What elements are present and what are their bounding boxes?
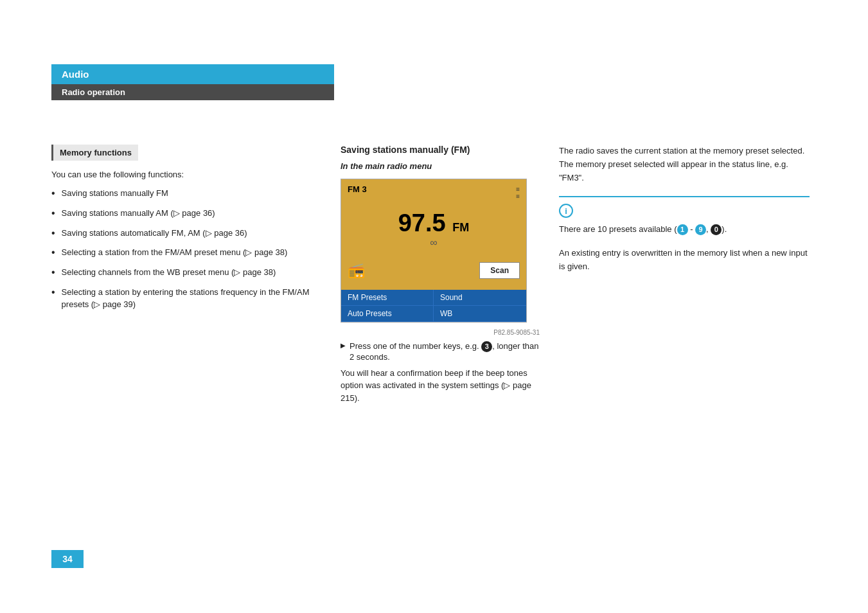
radio-frequency: 97.5 FM (341, 208, 526, 237)
list-item: Selecting a station by entering the stat… (51, 286, 328, 311)
main-right-text: The radio saves the current station at t… (559, 145, 810, 184)
scan-button[interactable]: Scan (479, 262, 520, 279)
radio-operation-label: Radio operation (62, 87, 125, 97)
number-key-3: 3 (481, 341, 492, 352)
info-icon: i (559, 204, 573, 218)
radio-caption: P82.85-9085-31 (341, 329, 540, 336)
bullet-list: Saving stations manually FM Saving stati… (51, 187, 328, 311)
right-column: The radio saves the current station at t… (559, 145, 810, 283)
radio-signal-icon: ≡≡ (516, 186, 520, 200)
audio-label: Audio (62, 69, 89, 80)
list-item: Saving stations manually FM (51, 187, 328, 200)
radio-menu-item-auto-presets[interactable]: Auto Presets (341, 306, 434, 322)
radio-middle-section: 📻 Scan (341, 251, 526, 290)
radio-antenna-icon: 📻 (348, 262, 365, 279)
page-number: 34 (62, 554, 73, 564)
list-item: Saving stations automatically FM, AM (▷ … (51, 227, 328, 240)
section-title: Saving stations manually (FM) (341, 145, 540, 155)
in-main-radio-menu: In the main radio menu (341, 161, 540, 171)
page-number-box: 34 (51, 550, 84, 568)
you-can-text: You can use the following functions: (51, 170, 328, 179)
radio-bottom-menu: FM Presets Sound Auto Presets WB (341, 290, 526, 322)
preset-num-9: 9 (695, 224, 706, 235)
radio-display: FM 3 ≡≡ 97.5 FM ∞ 📻 Scan FM Presets Soun… (341, 179, 527, 323)
radio-fm3-label: FM 3 (348, 184, 367, 194)
memory-functions-label: Memory functions (60, 148, 132, 157)
page-container: Audio Radio operation Memory functions Y… (0, 0, 868, 613)
info-box: i There are 10 presets available (1 - 9,… (559, 196, 810, 273)
preset-num-1: 1 (677, 224, 688, 235)
memory-functions-box: Memory functions (51, 145, 138, 161)
list-item: Selecting a station from the FM/AM prese… (51, 246, 328, 260)
list-item: Saving stations manually AM (▷ page 36) (51, 207, 328, 220)
info-text: There are 10 presets available (1 - 9, 0… (559, 223, 810, 236)
instruction-text: Press one of the number keys, e.g. 3, lo… (341, 341, 540, 362)
radio-operation-bar: Radio operation (51, 84, 334, 100)
left-column: Memory functions You can use the followi… (51, 145, 328, 317)
preset-num-0: 0 (711, 224, 722, 235)
radio-infinity: ∞ (341, 237, 526, 251)
audio-bar: Audio (51, 64, 334, 84)
overwrite-text: An existing entry is overwritten in the … (559, 247, 810, 274)
radio-menu-item-sound[interactable]: Sound (434, 290, 526, 306)
middle-column: Saving stations manually (FM) In the mai… (341, 145, 540, 409)
radio-menu-item-wb[interactable]: WB (434, 306, 526, 322)
radio-top-bar: FM 3 ≡≡ (341, 179, 526, 205)
radio-menu-item-fm-presets[interactable]: FM Presets (341, 290, 434, 306)
header-section: Audio Radio operation (51, 64, 334, 100)
confirmation-text: You will hear a confirmation beep if the… (341, 367, 540, 405)
list-item: Selecting channels from the WB preset me… (51, 266, 328, 280)
radio-frequency-area: 97.5 FM ∞ (341, 205, 526, 251)
